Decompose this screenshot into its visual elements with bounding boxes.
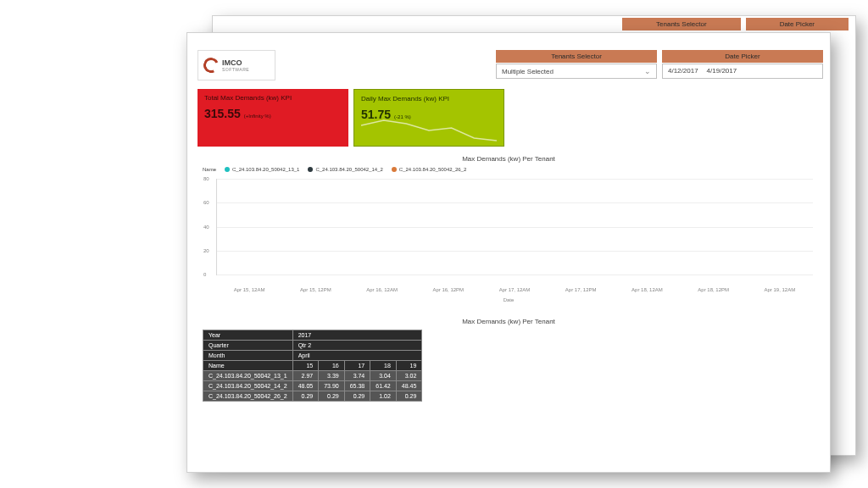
brand-name: IMCO: [222, 59, 249, 67]
bar-chart-xlabel: Date: [198, 297, 820, 302]
bar-chart-panel: Max Demands (kw) Per Tenant Name C_24.10…: [198, 152, 820, 304]
table-row: C_24.103.84.20_50042_26_20.290.290.291.0…: [203, 391, 422, 402]
bar-chart-legend: Name C_24.103.84.20_50042_13_1 C_24.103.…: [203, 167, 466, 172]
tenants-select[interactable]: Multiple Selected ⌄: [496, 64, 657, 79]
kpi-daily-title: Daily Max Demands (kw) KPI: [361, 95, 497, 103]
date-end: 4/19/2017: [707, 67, 737, 75]
kpi-total-card[interactable]: Total Max Demands (kw) KPI 315.55(+Infin…: [198, 89, 348, 147]
data-table-title: Max Demands (kw) Per Tenant: [198, 314, 820, 329]
kpi-sparkline: [361, 117, 497, 142]
bar-chart-xaxis: Apr 15, 12AMApr 15, 12PMApr 16, 12AMApr …: [216, 287, 813, 292]
legend-dot-icon: [392, 167, 397, 172]
chevron-down-icon: ⌄: [644, 67, 651, 75]
legend-label: Name: [203, 167, 216, 172]
legend-dot-icon: [308, 167, 313, 172]
data-table-panel: Max Demands (kw) Per Tenant Year2017Quar…: [198, 314, 820, 463]
date-range-input[interactable]: 4/12/2017 4/19/2017: [662, 64, 823, 79]
table-row: C_24.103.84.20_50042_13_12.973.393.743.0…: [203, 371, 422, 381]
kpi-total-title: Total Max Demands (kw) KPI: [204, 94, 342, 102]
brand-logo: IMCO SOFTWARE: [198, 50, 275, 80]
date-start: 4/12/2017: [668, 67, 698, 75]
kpi-total-value: 315.55(+Infinity %): [204, 107, 342, 120]
dashboard-window: IMCO SOFTWARE Tenants Selector Date Pick…: [186, 32, 831, 473]
legend-dot-icon: [225, 167, 230, 172]
date-picker-label: Date Picker: [662, 50, 823, 63]
bar-chart-plot: 020406080: [216, 179, 813, 275]
tab-tenants-bg: Tenants Selector: [622, 18, 741, 30]
tab-dates-bg: Date Picker: [746, 18, 849, 30]
brand-swirl-icon: [201, 55, 220, 75]
bar-chart-title: Max Demands (kw) Per Tenant: [198, 152, 820, 166]
kpi-daily-card[interactable]: Daily Max Demands (kw) KPI 51.75(-21 %): [353, 89, 504, 147]
data-table: Year2017QuarterQtr 2MonthAprilName151617…: [203, 330, 422, 402]
brand-subtitle: SOFTWARE: [222, 67, 249, 72]
table-row: C_24.103.84.20_50042_14_248.0573.9065.38…: [203, 381, 422, 391]
tenants-selector-label: Tenants Selector: [496, 50, 657, 63]
tenants-select-value: Multiple Selected: [502, 68, 554, 75]
